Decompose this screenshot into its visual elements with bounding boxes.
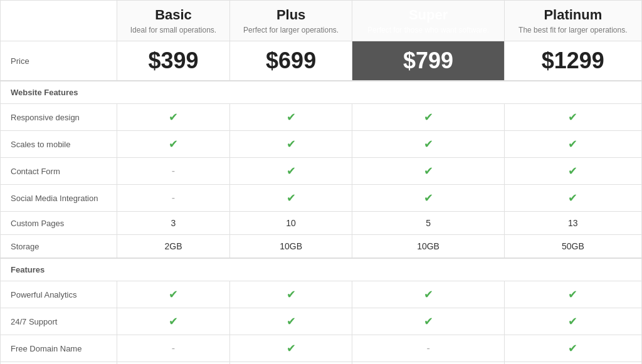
cell-plus: ✔	[229, 185, 352, 212]
cell-plus: ✔	[229, 104, 352, 131]
check-icon: ✔	[424, 138, 433, 150]
cell-plus: ✔	[229, 281, 352, 308]
cell-basic: ✔	[117, 131, 230, 158]
empty-corner	[1, 1, 117, 41]
cell-super: -	[352, 362, 504, 365]
dash-icon: -	[426, 343, 429, 353]
check-icon: ✔	[424, 165, 433, 177]
check-icon: ✔	[424, 111, 433, 123]
cell-basic: -	[117, 185, 230, 212]
cell-super: ✔	[352, 158, 504, 185]
plan-desc-platinum: The best fit for larger operations.	[512, 26, 634, 34]
cell-plus: ✔	[229, 362, 352, 365]
check-icon: ✔	[568, 192, 577, 204]
feature-row: Free Domain Name-✔-✔	[1, 335, 642, 362]
check-icon: ✔	[424, 315, 433, 328]
feature-row: Custom Pages310513	[1, 212, 642, 235]
feature-name: Storage	[1, 235, 117, 259]
cell-platinum: ✔	[504, 281, 641, 308]
cell-platinum: 50GB	[504, 235, 641, 259]
cell-plus: ✔	[229, 308, 352, 335]
check-icon: ✔	[169, 288, 178, 301]
feature-row: Powerful Analytics✔✔✔✔	[1, 281, 642, 308]
feature-name: Custom Pages	[1, 212, 117, 235]
check-icon: ✔	[568, 288, 577, 301]
price-value-basic: $399	[117, 41, 230, 81]
check-icon: ✔	[287, 138, 296, 150]
check-icon: ✔	[568, 138, 577, 150]
price-value-platinum: $1299	[504, 41, 641, 81]
cell-basic: 3	[117, 212, 230, 235]
cell-plus: 10	[229, 212, 352, 235]
section-header-features: Features	[1, 258, 642, 281]
cell-platinum: ✔	[504, 308, 641, 335]
section-label: Website Features	[1, 81, 642, 104]
plan-header-platinum: Platinum The best fit for larger operati…	[504, 1, 641, 41]
cell-super: ✔	[352, 131, 504, 158]
pricing-table: Basic Ideal for small operations. Plus P…	[0, 0, 642, 364]
cell-platinum: ✔	[504, 185, 641, 212]
price-label: Price	[1, 41, 117, 81]
cell-super: 5	[352, 212, 504, 235]
plan-name-basic: Basic	[125, 7, 222, 23]
cell-basic: ✔	[117, 281, 230, 308]
feature-row: Social Media Integration-✔✔✔	[1, 185, 642, 212]
feature-name: Responsive design	[1, 104, 117, 131]
cell-super: ✔	[352, 104, 504, 131]
check-icon: ✔	[287, 111, 296, 123]
price-value-plus: $699	[229, 41, 352, 81]
cell-basic: -	[117, 362, 230, 365]
cell-basic: -	[117, 158, 230, 185]
plan-desc-plus: Perfect for larger operations.	[238, 26, 345, 34]
feature-name: Social Media Integration	[1, 185, 117, 212]
cell-platinum: ✔	[504, 104, 641, 131]
feature-name: Powerful Analytics	[1, 281, 117, 308]
check-icon: ✔	[424, 192, 433, 204]
check-icon: ✔	[287, 288, 296, 301]
check-icon: ✔	[568, 342, 577, 355]
check-icon: ✔	[568, 111, 577, 123]
cell-super: -	[352, 335, 504, 362]
check-icon: ✔	[424, 288, 433, 301]
header-row: Basic Ideal for small operations. Plus P…	[1, 1, 642, 41]
plan-desc-basic: Ideal for small operations.	[125, 26, 222, 34]
cell-super: ✔	[352, 185, 504, 212]
feature-row: Responsive design✔✔✔✔	[1, 104, 642, 131]
cell-plus: ✔	[229, 131, 352, 158]
feature-row: Contact Form-✔✔✔	[1, 158, 642, 185]
cell-basic: ✔	[117, 308, 230, 335]
plan-desc-super: Perfect for those who want software.	[360, 26, 496, 34]
feature-row: 24/7 Support✔✔✔✔	[1, 308, 642, 335]
plan-header-super: Super Perfect for those who want softwar…	[352, 1, 504, 41]
check-icon: ✔	[568, 315, 577, 328]
check-icon: ✔	[287, 315, 296, 328]
plan-name-super: Super	[360, 7, 496, 23]
dash-icon: -	[172, 165, 175, 176]
cell-platinum: ✔	[504, 158, 641, 185]
section-header-website-features: Website Features	[1, 81, 642, 104]
feature-row: Scales to mobile✔✔✔✔	[1, 131, 642, 158]
cell-plus: ✔	[229, 158, 352, 185]
cell-basic: -	[117, 335, 230, 362]
cell-plus: ✔	[229, 335, 352, 362]
plan-header-plus: Plus Perfect for larger operations.	[229, 1, 352, 41]
check-icon: ✔	[287, 342, 296, 355]
check-icon: ✔	[169, 111, 178, 123]
check-icon: ✔	[287, 165, 296, 177]
plan-name-plus: Plus	[238, 7, 345, 23]
cell-basic: ✔	[117, 104, 230, 131]
cell-platinum: ✔	[504, 362, 641, 365]
cell-platinum: ✔	[504, 335, 641, 362]
cell-platinum: ✔	[504, 131, 641, 158]
plan-header-basic: Basic Ideal for small operations.	[117, 1, 230, 41]
plan-name-platinum: Platinum	[512, 7, 634, 23]
cell-basic: 2GB	[117, 235, 230, 259]
check-icon: ✔	[568, 165, 577, 177]
check-icon: ✔	[287, 192, 296, 204]
cell-platinum: 13	[504, 212, 641, 235]
price-value-super: $799	[352, 41, 504, 81]
feature-name: Contact Form	[1, 158, 117, 185]
dash-icon: -	[172, 343, 175, 353]
section-label: Features	[1, 258, 642, 281]
check-icon: ✔	[169, 315, 178, 328]
